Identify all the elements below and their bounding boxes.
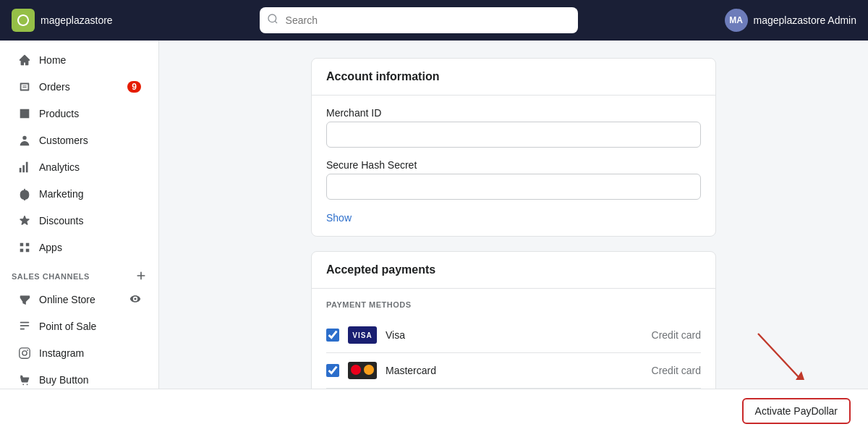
mastercard-type: Credit card <box>652 365 701 376</box>
sidebar-item-online-store-label: Online Store <box>39 294 95 305</box>
show-link[interactable]: Show <box>326 212 352 224</box>
orders-badge: 9 <box>127 81 141 93</box>
payment-methods-label: PAYMENT METHODS <box>326 300 701 309</box>
visa-name: Visa <box>386 329 643 341</box>
sidebar-nav: Home Orders 9 Products Customers <box>0 41 158 394</box>
sidebar-item-online-store[interactable]: Online Store <box>6 287 153 313</box>
sidebar-item-pos-label: Point of Sale <box>39 321 96 332</box>
store-name: mageplazastore <box>41 14 113 26</box>
topnav-right: MA mageplazastore Admin <box>725 9 856 32</box>
home-icon <box>17 53 32 67</box>
search-input[interactable] <box>260 7 578 33</box>
sidebar-item-marketing[interactable]: Marketing <box>6 181 153 207</box>
search-icon <box>267 13 278 27</box>
payment-row-visa: VISA Visa Credit card <box>326 318 701 353</box>
svg-rect-1 <box>20 348 30 358</box>
sales-channels-header: SALES CHANNELS <box>0 261 158 286</box>
sidebar-item-apps-label: Apps <box>39 242 62 253</box>
add-sales-channel-button[interactable] <box>135 270 147 283</box>
sales-channels-label: SALES CHANNELS <box>12 272 90 281</box>
merchant-id-label: Merchant ID <box>326 107 701 119</box>
search-container <box>260 7 578 33</box>
buy-button-icon <box>17 373 32 387</box>
mastercard-logo <box>348 362 377 379</box>
bottom-bar: Activate PayDollar <box>0 389 868 432</box>
visa-logo: VISA <box>348 326 377 344</box>
secure-hash-label: Secure Hash Secret <box>326 159 701 171</box>
pos-icon <box>17 319 32 334</box>
payment-row-mastercard: Mastercard Credit card <box>326 353 701 389</box>
apps-icon <box>17 240 32 255</box>
sidebar-item-instagram[interactable]: Instagram <box>6 340 153 366</box>
sidebar-item-apps[interactable]: Apps <box>6 234 153 261</box>
customers-icon <box>17 133 32 148</box>
accepted-payments-title: Accepted payments <box>312 252 715 289</box>
top-navigation: mageplazastore MA mageplazastore Admin <box>0 0 868 41</box>
sidebar: Home Orders 9 Products Customers <box>0 0 159 432</box>
sidebar-item-pos[interactable]: Point of Sale <box>6 313 153 339</box>
main-content: Account information Merchant ID Secure H… <box>159 41 868 432</box>
sidebar-item-products-label: Products <box>39 108 79 119</box>
mastercard-name: Mastercard <box>386 365 643 376</box>
sidebar-item-discounts[interactable]: Discounts <box>6 208 153 234</box>
account-info-body: Merchant ID Secure Hash Secret Show <box>312 96 715 236</box>
sidebar-item-analytics-label: Analytics <box>39 161 80 173</box>
analytics-icon <box>17 160 32 174</box>
svg-point-5 <box>27 384 28 385</box>
online-store-eye-icon[interactable] <box>129 293 141 307</box>
app-logo <box>12 9 35 32</box>
products-icon <box>17 106 32 121</box>
sidebar-item-customers-label: Customers <box>39 135 88 146</box>
sidebar-item-orders-label: Orders <box>39 81 70 93</box>
sidebar-item-home-label: Home <box>39 54 66 66</box>
svg-point-2 <box>22 351 27 355</box>
activate-paydollar-button[interactable]: Activate PayDollar <box>742 398 851 424</box>
topnav-left: mageplazastore <box>12 9 113 32</box>
mastercard-checkbox[interactable] <box>326 364 339 377</box>
avatar: MA <box>725 9 748 32</box>
account-info-title: Account information <box>312 59 715 96</box>
account-info-card: Account information Merchant ID Secure H… <box>311 58 716 237</box>
merchant-id-field: Merchant ID <box>326 107 701 148</box>
online-store-icon <box>17 292 32 307</box>
secure-hash-input[interactable] <box>326 174 701 200</box>
sidebar-item-customers[interactable]: Customers <box>6 127 153 153</box>
instagram-icon <box>17 346 32 360</box>
sidebar-item-marketing-label: Marketing <box>39 188 83 200</box>
merchant-id-input[interactable] <box>326 122 701 148</box>
secure-hash-field: Secure Hash Secret <box>326 159 701 200</box>
sidebar-item-home[interactable]: Home <box>6 47 153 73</box>
svg-point-0 <box>268 14 276 22</box>
sidebar-item-orders[interactable]: Orders 9 <box>6 74 153 100</box>
sidebar-item-instagram-label: Instagram <box>39 347 84 359</box>
admin-label: mageplazastore Admin <box>754 14 856 26</box>
orders-icon <box>17 80 32 94</box>
svg-point-4 <box>22 384 24 385</box>
svg-point-3 <box>27 350 28 351</box>
visa-type: Credit card <box>652 329 701 341</box>
marketing-icon <box>17 187 32 201</box>
discounts-icon <box>17 213 32 228</box>
sidebar-item-products[interactable]: Products <box>6 101 153 127</box>
sidebar-item-analytics[interactable]: Analytics <box>6 154 153 180</box>
sidebar-item-buy-button-label: Buy Button <box>39 374 89 386</box>
sidebar-item-discounts-label: Discounts <box>39 215 83 226</box>
visa-checkbox[interactable] <box>326 329 339 342</box>
